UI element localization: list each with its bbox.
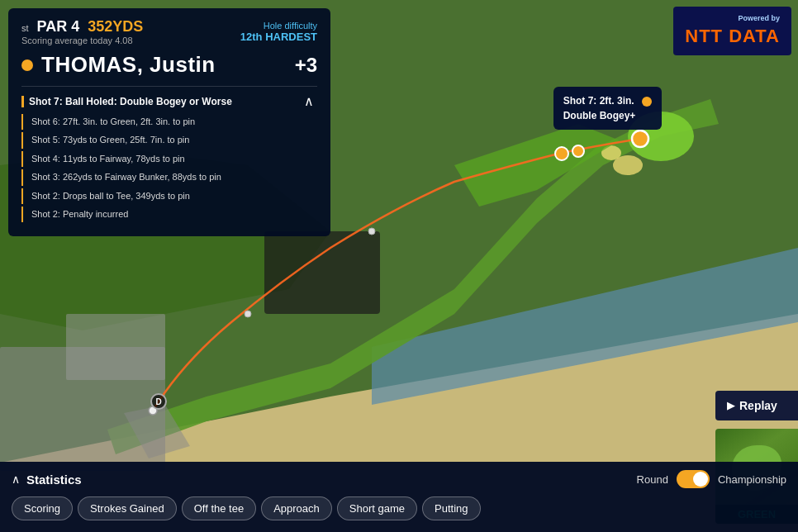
stats-bar: ∧ Statistics Round Championship Scoring … (0, 462, 798, 532)
shots-list: Shot 7: Ball Holed: Double Bogey or Wors… (21, 86, 317, 222)
difficulty-label: Hole difficulty (240, 21, 317, 31)
powered-label: Powered by (685, 13, 780, 24)
svg-point-18 (368, 228, 375, 235)
collapse-button[interactable]: ∧ (301, 93, 317, 109)
brand-accent: A (766, 26, 780, 46)
svg-point-13 (555, 147, 568, 160)
yds-value: 352YDS (88, 18, 143, 36)
shot-item-2b: Shot 2: Penalty incurred (21, 207, 317, 222)
toggle-round-label: Round (637, 473, 668, 486)
shot-dot (642, 97, 652, 107)
svg-point-17 (245, 311, 251, 317)
player-name: THOMAS, Justin (41, 52, 216, 78)
par-label-value: PAR 4 (37, 18, 80, 36)
play-icon: ▶ (727, 400, 734, 411)
shot-tooltip-line1: Shot 7: 2ft. 3in. (563, 95, 634, 107)
toggle-championship-label: Championship (718, 473, 786, 486)
shot-tooltip: Shot 7: 2ft. 3in. Double Bogey+ (553, 87, 662, 130)
shot-item-4: Shot 4: 11yds to Fairway, 78yds to pin (21, 151, 317, 167)
stats-header: ∧ Statistics Round Championship (12, 470, 786, 488)
svg-point-15 (632, 131, 648, 147)
replay-label: Replay (739, 399, 777, 412)
ntt-logo: Powered by NTT DATA (673, 7, 791, 55)
filter-tabs: Scoring Strokes Gained Off the tee Appro… (12, 496, 786, 520)
par-value: 4 (71, 18, 79, 35)
brand-main: NTT DAT (685, 26, 766, 46)
shot-item-3: Shot 3: 262yds to Fairway Bunker, 88yds … (21, 169, 317, 185)
par-yds: st PAR 4 352YDS (21, 18, 143, 36)
hole-par-section: st PAR 4 352YDS Scoring average today 4.… (21, 18, 143, 45)
tab-short-game[interactable]: Short game (337, 496, 417, 520)
stats-title-row: ∧ Statistics (12, 473, 82, 487)
svg-point-14 (572, 145, 584, 157)
player-dot (21, 59, 33, 71)
difficulty-rank: 12th HARDEST (240, 31, 317, 43)
ball-marker-d: D (150, 393, 167, 410)
toggle-row: Round Championship (637, 470, 786, 488)
stats-chevron-icon[interactable]: ∧ (12, 473, 20, 486)
toggle-switch[interactable] (677, 470, 710, 488)
tab-scoring[interactable]: Scoring (12, 496, 73, 520)
shot-item-5: Shot 5: 73yds to Green, 25ft. 7in. to pi… (21, 132, 317, 148)
toggle-thumb (693, 472, 708, 487)
replay-button[interactable]: ▶ Replay (715, 391, 798, 420)
brand-name: NTT DATA (685, 24, 780, 50)
hole-superscript: st (21, 23, 29, 33)
par-label: PAR (37, 18, 68, 35)
player-info: THOMAS, Justin (21, 52, 216, 78)
hole-info-row: st PAR 4 352YDS Scoring average today 4.… (21, 18, 317, 45)
stats-title: Statistics (26, 473, 82, 487)
tab-off-tee[interactable]: Off the tee (182, 496, 256, 520)
shot-tooltip-line2: Double Bogey+ (563, 110, 636, 121)
shot-item-6: Shot 6: 27ft. 3in. to Green, 2ft. 3in. t… (21, 114, 317, 130)
shot-item-2a: Shot 2: Drops ball to Tee, 349yds to pin (21, 188, 317, 204)
tab-approach[interactable]: Approach (261, 496, 332, 520)
tab-putting[interactable]: Putting (422, 496, 480, 520)
scoring-avg: Scoring average today 4.08 (21, 36, 143, 45)
shots-title: Shot 7: Ball Holed: Double Bogey or Wors… (21, 96, 232, 107)
tab-strokes-gained[interactable]: Strokes Gained (78, 496, 177, 520)
difficulty-box: Hole difficulty 12th HARDEST (240, 21, 317, 43)
shots-header: Shot 7: Ball Holed: Double Bogey or Wors… (21, 93, 317, 109)
player-score: +3 (295, 54, 317, 77)
info-panel: st PAR 4 352YDS Scoring average today 4.… (8, 8, 330, 236)
player-row: THOMAS, Justin +3 (21, 52, 317, 78)
